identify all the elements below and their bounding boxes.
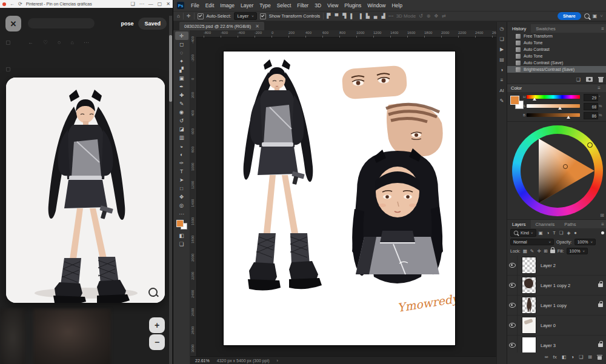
path-selection-tool[interactable]: ➤ bbox=[175, 176, 188, 184]
fill-field[interactable]: 100% ˅ bbox=[567, 248, 588, 254]
layer-row[interactable]: Layer 0 bbox=[507, 316, 606, 336]
panel-menu-icon[interactable]: ≡ bbox=[601, 222, 604, 227]
maximize-icon[interactable]: ▢ bbox=[158, 1, 162, 7]
blur-tool[interactable]: ◒ bbox=[175, 142, 188, 150]
layer-row[interactable]: Layer 3 bbox=[507, 336, 606, 352]
align-icon-1[interactable]: ▀ bbox=[335, 13, 338, 19]
brush-settings-panel-icon[interactable]: ✎ bbox=[500, 99, 504, 104]
refresh-icon[interactable]: ⟳ bbox=[18, 2, 22, 7]
browser-scrollbar[interactable] bbox=[169, 16, 172, 364]
screen-mode[interactable]: ❏ bbox=[175, 240, 188, 248]
layer-row[interactable]: Layer 2 bbox=[507, 256, 606, 276]
zoom-level-field[interactable]: 22.61% bbox=[195, 359, 210, 363]
layer-filter-icon-3[interactable]: ❏ bbox=[559, 230, 564, 236]
tab-preview-icon[interactable]: ❏ bbox=[131, 1, 135, 7]
dodge-tool[interactable]: ◐ bbox=[175, 150, 188, 159]
lock-icon-3[interactable]: ⊞ bbox=[544, 248, 547, 254]
opacity-field[interactable]: 100% ˅ bbox=[574, 239, 596, 245]
history-state[interactable]: Brightness/Contrast (Save) bbox=[507, 66, 606, 73]
layer-visibility-cell[interactable] bbox=[507, 336, 518, 352]
layer-visibility-cell[interactable] bbox=[507, 256, 518, 275]
layer-action-icon-0[interactable]: ∞ bbox=[545, 354, 548, 360]
layer-action-icon-5[interactable]: ⊞ bbox=[588, 354, 592, 360]
quick-mask[interactable]: ◧ bbox=[175, 231, 188, 240]
eye-icon[interactable] bbox=[509, 303, 516, 308]
shape-tool[interactable]: □ bbox=[175, 184, 188, 193]
foreground-color-swatch[interactable] bbox=[510, 96, 519, 105]
tab-layers[interactable]: Layers bbox=[507, 220, 531, 228]
marquee-tool[interactable]: ◻ bbox=[175, 40, 188, 48]
scrollbar-thumb[interactable] bbox=[169, 35, 172, 102]
share-button[interactable]: Share bbox=[558, 12, 581, 20]
hand-tool[interactable]: ✥ bbox=[175, 193, 188, 201]
canvas-area[interactable]: -400-20002004006008001000120014001600180… bbox=[190, 30, 496, 356]
saturation-slider[interactable]: S 68 % bbox=[527, 103, 603, 110]
search-icon[interactable] bbox=[584, 13, 590, 19]
lock-icon-2[interactable]: ✛ bbox=[537, 248, 541, 254]
hue-value[interactable]: 29 bbox=[584, 94, 598, 101]
layer-thumbnail[interactable] bbox=[522, 257, 536, 274]
menu-window[interactable]: Window bbox=[364, 1, 388, 10]
menu-layer[interactable]: Layer bbox=[238, 1, 256, 10]
brightness-value[interactable]: 86 bbox=[584, 112, 598, 119]
hue-slider[interactable]: H 29 ° bbox=[527, 94, 603, 101]
visual-search-icon[interactable] bbox=[148, 288, 158, 297]
pin-image-card[interactable] bbox=[6, 78, 165, 303]
align-icon-5[interactable]: ▙ bbox=[366, 13, 370, 19]
blend-mode-dropdown[interactable]: Normal ˅ bbox=[510, 239, 554, 245]
layer-action-icon-3[interactable]: ◑ bbox=[571, 354, 574, 360]
layer-thumbnail[interactable] bbox=[522, 337, 536, 352]
history-panel-icon[interactable]: ◷ bbox=[500, 27, 504, 31]
navigator-panel-icon[interactable]: ❏ bbox=[499, 37, 504, 42]
minimize-icon[interactable]: — bbox=[148, 1, 153, 7]
layer-row[interactable]: Layer 1 copy bbox=[507, 296, 606, 316]
board-name-label[interactable]: pose bbox=[121, 21, 133, 27]
layer-row[interactable]: Layer 1 copy 2 bbox=[507, 276, 606, 296]
color-swatches[interactable] bbox=[176, 220, 187, 230]
align-icon-7[interactable]: ▟ bbox=[381, 13, 385, 19]
align-icon-3[interactable]: ▌ bbox=[350, 13, 354, 19]
delete-state-icon[interactable] bbox=[598, 77, 604, 82]
layer-action-icon-1[interactable]: fx bbox=[553, 354, 556, 360]
layer-visibility-cell[interactable] bbox=[507, 316, 518, 335]
workspace-icon[interactable]: ▣ bbox=[593, 13, 598, 19]
artboard[interactable]: Ymowredy bbox=[224, 51, 455, 345]
menu-select[interactable]: Select bbox=[274, 1, 295, 10]
align-icon-2[interactable]: ▜ bbox=[342, 13, 346, 19]
new-document-from-state-icon[interactable]: ❏ bbox=[576, 77, 581, 82]
document-tab[interactable]: 08302025.psd @ 22.6% (RGB/8) ✕ bbox=[179, 22, 264, 30]
lock-all-icon[interactable] bbox=[550, 250, 555, 253]
panel-menu-icon[interactable]: ≡ bbox=[598, 85, 601, 91]
menu-type[interactable]: Type bbox=[256, 1, 273, 10]
eyedropper-tool[interactable]: ✒ bbox=[175, 82, 188, 91]
history-state[interactable]: Free Transform bbox=[507, 33, 606, 39]
eraser-tool[interactable]: ◪ bbox=[175, 125, 188, 133]
layer-filter-icon-0[interactable]: ▣ bbox=[539, 230, 543, 236]
close-icon[interactable]: ✕ bbox=[166, 1, 170, 7]
filter-toggle[interactable] bbox=[601, 231, 604, 234]
adjustments-panel-icon[interactable]: ◑ bbox=[501, 68, 504, 73]
frame-tool[interactable]: ▣ bbox=[175, 74, 188, 82]
show-transform-checkbox[interactable] bbox=[260, 13, 266, 19]
eye-icon[interactable] bbox=[509, 283, 516, 288]
new-snapshot-icon[interactable] bbox=[586, 77, 593, 82]
kind-filter-dropdown[interactable]: Kind ˅ bbox=[510, 229, 536, 237]
move-tool[interactable]: ✛ bbox=[175, 31, 188, 40]
layer-visibility-cell[interactable] bbox=[507, 276, 518, 295]
object-selection-tool[interactable]: ✦ bbox=[175, 57, 188, 65]
history-brush-tool[interactable]: ↺ bbox=[175, 116, 188, 125]
crop-tool[interactable]: ▞ bbox=[175, 65, 188, 74]
tab-paths[interactable]: Paths bbox=[559, 220, 581, 228]
hue-ring-selector[interactable] bbox=[587, 142, 593, 148]
workspace-chevron-icon[interactable]: ˅ bbox=[600, 13, 603, 19]
ai-panel-icon[interactable]: AI bbox=[499, 88, 504, 93]
layer-filter-icon-5[interactable]: ● bbox=[574, 230, 577, 236]
menu-file[interactable]: File bbox=[188, 1, 202, 10]
tab-close-icon[interactable]: ✕ bbox=[255, 24, 259, 29]
actions-panel-icon[interactable]: ▶ bbox=[500, 47, 504, 52]
align-icon-4[interactable]: ▐ bbox=[358, 13, 362, 19]
menu-help[interactable]: Help bbox=[388, 1, 405, 10]
layer-visibility-cell[interactable] bbox=[507, 296, 518, 315]
layer-filter-icon-2[interactable]: T bbox=[553, 230, 556, 236]
libraries-panel-icon[interactable]: ▤ bbox=[499, 58, 504, 62]
